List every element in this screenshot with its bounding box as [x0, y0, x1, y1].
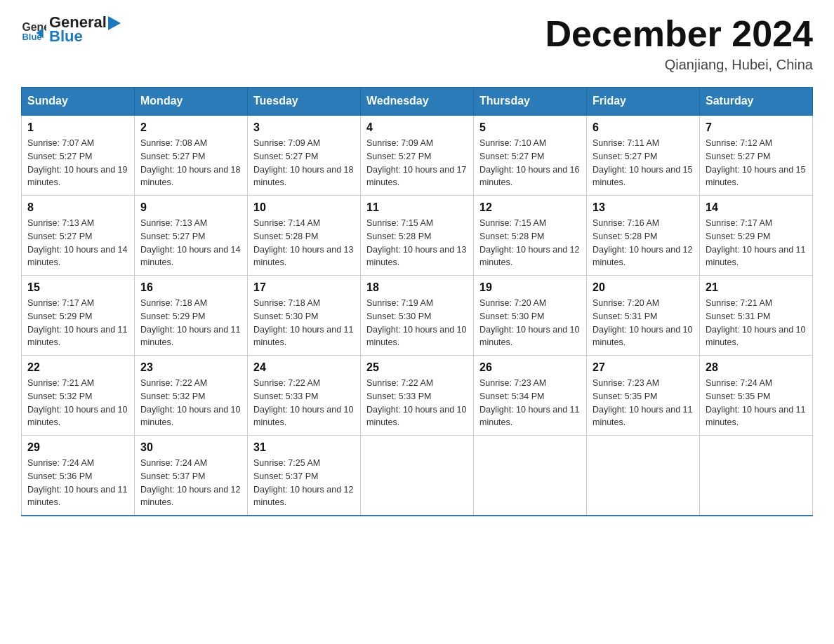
day-info: Sunrise: 7:09 AMSunset: 5:27 PMDaylight:…	[253, 137, 355, 189]
title-area: December 2024 Qianjiang, Hubei, China	[545, 14, 813, 73]
day-number: 28	[706, 361, 807, 374]
header-sunday: Sunday	[22, 88, 135, 116]
day-info: Sunrise: 7:15 AMSunset: 5:28 PMDaylight:…	[479, 217, 581, 269]
calendar-cell: 15Sunrise: 7:17 AMSunset: 5:29 PMDayligh…	[22, 276, 135, 356]
calendar-cell: 9Sunrise: 7:13 AMSunset: 5:27 PMDaylight…	[135, 196, 248, 276]
day-info: Sunrise: 7:13 AMSunset: 5:27 PMDaylight:…	[140, 217, 241, 269]
calendar-cell: 26Sunrise: 7:23 AMSunset: 5:34 PMDayligh…	[474, 356, 587, 436]
calendar-cell: 8Sunrise: 7:13 AMSunset: 5:27 PMDaylight…	[22, 196, 135, 276]
day-number: 22	[27, 361, 128, 374]
day-number: 19	[479, 281, 581, 294]
calendar-cell	[361, 436, 474, 516]
day-number: 15	[27, 281, 128, 294]
calendar-cell: 29Sunrise: 7:24 AMSunset: 5:36 PMDayligh…	[22, 436, 135, 516]
day-info: Sunrise: 7:18 AMSunset: 5:30 PMDaylight:…	[253, 297, 355, 349]
calendar-cell: 1Sunrise: 7:07 AMSunset: 5:27 PMDaylight…	[22, 115, 135, 196]
calendar-cell: 4Sunrise: 7:09 AMSunset: 5:27 PMDaylight…	[361, 115, 474, 196]
calendar-cell: 30Sunrise: 7:24 AMSunset: 5:37 PMDayligh…	[135, 436, 248, 516]
calendar-cell: 7Sunrise: 7:12 AMSunset: 5:27 PMDaylight…	[700, 115, 813, 196]
day-number: 30	[140, 441, 241, 454]
calendar-cell: 6Sunrise: 7:11 AMSunset: 5:27 PMDaylight…	[587, 115, 700, 196]
day-info: Sunrise: 7:16 AMSunset: 5:28 PMDaylight:…	[593, 217, 694, 269]
calendar-cell: 21Sunrise: 7:21 AMSunset: 5:31 PMDayligh…	[700, 276, 813, 356]
day-number: 24	[253, 361, 355, 374]
calendar-cell: 19Sunrise: 7:20 AMSunset: 5:30 PMDayligh…	[474, 276, 587, 356]
day-info: Sunrise: 7:24 AMSunset: 5:35 PMDaylight:…	[706, 377, 807, 429]
day-info: Sunrise: 7:11 AMSunset: 5:27 PMDaylight:…	[593, 137, 694, 189]
day-number: 8	[27, 201, 128, 214]
calendar-cell: 10Sunrise: 7:14 AMSunset: 5:28 PMDayligh…	[248, 196, 361, 276]
day-info: Sunrise: 7:12 AMSunset: 5:27 PMDaylight:…	[706, 137, 807, 189]
calendar-cell: 31Sunrise: 7:25 AMSunset: 5:37 PMDayligh…	[248, 436, 361, 516]
svg-text:Blue: Blue	[22, 32, 41, 42]
calendar-cell: 17Sunrise: 7:18 AMSunset: 5:30 PMDayligh…	[248, 276, 361, 356]
calendar-cell: 28Sunrise: 7:24 AMSunset: 5:35 PMDayligh…	[700, 356, 813, 436]
calendar-cell: 11Sunrise: 7:15 AMSunset: 5:28 PMDayligh…	[361, 196, 474, 276]
calendar-cell: 20Sunrise: 7:20 AMSunset: 5:31 PMDayligh…	[587, 276, 700, 356]
day-number: 2	[140, 121, 241, 134]
month-title: December 2024	[545, 14, 813, 54]
day-info: Sunrise: 7:24 AMSunset: 5:37 PMDaylight:…	[140, 457, 241, 509]
calendar-week-2: 8Sunrise: 7:13 AMSunset: 5:27 PMDaylight…	[22, 196, 813, 276]
day-info: Sunrise: 7:14 AMSunset: 5:28 PMDaylight:…	[253, 217, 355, 269]
calendar-table: SundayMondayTuesdayWednesdayThursdayFrid…	[21, 87, 813, 516]
day-number: 12	[479, 201, 581, 214]
calendar-cell: 25Sunrise: 7:22 AMSunset: 5:33 PMDayligh…	[361, 356, 474, 436]
calendar-cell: 16Sunrise: 7:18 AMSunset: 5:29 PMDayligh…	[135, 276, 248, 356]
day-number: 14	[706, 201, 807, 214]
calendar-cell: 5Sunrise: 7:10 AMSunset: 5:27 PMDaylight…	[474, 115, 587, 196]
logo-icon: General Blue	[21, 17, 46, 42]
day-number: 7	[706, 121, 807, 134]
calendar-week-5: 29Sunrise: 7:24 AMSunset: 5:36 PMDayligh…	[22, 436, 813, 516]
day-number: 5	[479, 121, 581, 134]
day-number: 16	[140, 281, 241, 294]
calendar-cell: 23Sunrise: 7:22 AMSunset: 5:32 PMDayligh…	[135, 356, 248, 436]
calendar-cell: 13Sunrise: 7:16 AMSunset: 5:28 PMDayligh…	[587, 196, 700, 276]
day-number: 25	[366, 361, 468, 374]
day-number: 9	[140, 201, 241, 214]
calendar-cell: 27Sunrise: 7:23 AMSunset: 5:35 PMDayligh…	[587, 356, 700, 436]
calendar-cell: 18Sunrise: 7:19 AMSunset: 5:30 PMDayligh…	[361, 276, 474, 356]
day-info: Sunrise: 7:24 AMSunset: 5:36 PMDaylight:…	[27, 457, 128, 509]
day-info: Sunrise: 7:20 AMSunset: 5:30 PMDaylight:…	[479, 297, 581, 349]
calendar-cell	[700, 436, 813, 516]
calendar-week-1: 1Sunrise: 7:07 AMSunset: 5:27 PMDaylight…	[22, 115, 813, 196]
day-info: Sunrise: 7:15 AMSunset: 5:28 PMDaylight:…	[366, 217, 468, 269]
day-info: Sunrise: 7:13 AMSunset: 5:27 PMDaylight:…	[27, 217, 128, 269]
header-saturday: Saturday	[700, 88, 813, 116]
calendar-header: SundayMondayTuesdayWednesdayThursdayFrid…	[22, 88, 813, 116]
calendar-cell	[587, 436, 700, 516]
calendar-cell: 2Sunrise: 7:08 AMSunset: 5:27 PMDaylight…	[135, 115, 248, 196]
day-number: 29	[27, 441, 128, 454]
logo-triangle-icon	[108, 16, 121, 30]
calendar-cell: 22Sunrise: 7:21 AMSunset: 5:32 PMDayligh…	[22, 356, 135, 436]
day-info: Sunrise: 7:17 AMSunset: 5:29 PMDaylight:…	[706, 217, 807, 269]
day-number: 11	[366, 201, 468, 214]
day-info: Sunrise: 7:25 AMSunset: 5:37 PMDaylight:…	[253, 457, 355, 509]
calendar-body: 1Sunrise: 7:07 AMSunset: 5:27 PMDaylight…	[22, 115, 813, 516]
calendar-week-3: 15Sunrise: 7:17 AMSunset: 5:29 PMDayligh…	[22, 276, 813, 356]
day-info: Sunrise: 7:18 AMSunset: 5:29 PMDaylight:…	[140, 297, 241, 349]
logo: General Blue General Blue	[21, 14, 107, 45]
header-wednesday: Wednesday	[361, 88, 474, 116]
calendar-cell	[474, 436, 587, 516]
day-number: 31	[253, 441, 355, 454]
calendar-week-4: 22Sunrise: 7:21 AMSunset: 5:32 PMDayligh…	[22, 356, 813, 436]
day-info: Sunrise: 7:09 AMSunset: 5:27 PMDaylight:…	[366, 137, 468, 189]
day-number: 10	[253, 201, 355, 214]
day-info: Sunrise: 7:22 AMSunset: 5:33 PMDaylight:…	[253, 377, 355, 429]
day-number: 3	[253, 121, 355, 134]
day-number: 6	[593, 121, 694, 134]
svg-marker-3	[108, 16, 121, 30]
day-info: Sunrise: 7:23 AMSunset: 5:35 PMDaylight:…	[593, 377, 694, 429]
header-tuesday: Tuesday	[248, 88, 361, 116]
page-header: General Blue General Blue December 2024 …	[21, 14, 813, 73]
day-number: 26	[479, 361, 581, 374]
calendar-cell: 14Sunrise: 7:17 AMSunset: 5:29 PMDayligh…	[700, 196, 813, 276]
day-info: Sunrise: 7:21 AMSunset: 5:32 PMDaylight:…	[27, 377, 128, 429]
day-info: Sunrise: 7:08 AMSunset: 5:27 PMDaylight:…	[140, 137, 241, 189]
day-info: Sunrise: 7:10 AMSunset: 5:27 PMDaylight:…	[479, 137, 581, 189]
day-number: 4	[366, 121, 468, 134]
day-info: Sunrise: 7:23 AMSunset: 5:34 PMDaylight:…	[479, 377, 581, 429]
day-number: 27	[593, 361, 694, 374]
